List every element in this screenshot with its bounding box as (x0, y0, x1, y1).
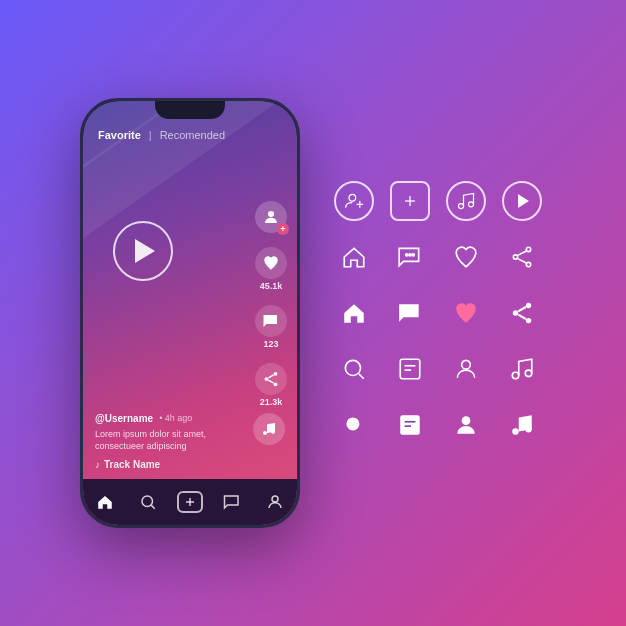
svg-point-29 (526, 303, 531, 308)
music-note-icon: ♪ (95, 459, 100, 470)
svg-point-41 (525, 370, 532, 377)
grid-user-outline-icon[interactable] (442, 345, 490, 393)
grid-share-outline-icon[interactable] (498, 233, 546, 281)
bottom-info: @Username • 4h ago Lorem ipsum dolor sit… (95, 413, 242, 470)
grid-play-circle-icon[interactable] (498, 177, 546, 225)
share-item[interactable]: 21.3k (255, 363, 287, 407)
svg-point-3 (274, 382, 278, 386)
heart-count: 45.1k (260, 281, 283, 291)
grid-user-filled-icon[interactable] (442, 401, 490, 449)
svg-point-31 (526, 318, 531, 323)
svg-point-2 (265, 377, 269, 381)
svg-point-7 (271, 430, 275, 434)
share-count: 21.3k (260, 397, 283, 407)
bottom-nav (83, 479, 297, 525)
svg-rect-42 (400, 415, 420, 435)
grid-music-outline-icon[interactable] (498, 345, 546, 393)
grid-search-outline-icon[interactable] (330, 345, 378, 393)
svg-rect-36 (400, 359, 420, 379)
phone-wrapper: Favorite | Recomended + (80, 98, 300, 528)
svg-marker-20 (519, 195, 528, 207)
svg-point-1 (274, 372, 278, 376)
grid-music-filled-icon[interactable] (498, 401, 546, 449)
music-float-button[interactable] (253, 413, 285, 445)
svg-point-30 (513, 310, 518, 315)
svg-point-34 (345, 360, 360, 375)
grid-user-add-icon[interactable] (330, 177, 378, 225)
grid-share-filled-icon[interactable] (498, 289, 546, 337)
svg-point-12 (272, 496, 278, 502)
svg-point-22 (409, 254, 411, 256)
grid-notes-filled-icon[interactable] (386, 401, 434, 449)
svg-point-25 (513, 255, 517, 259)
comment-count: 123 (263, 339, 278, 349)
grid-music-circle-icon[interactable] (442, 177, 490, 225)
nav-search[interactable] (134, 488, 162, 516)
username-label: @Username (95, 413, 153, 424)
svg-point-47 (525, 426, 532, 433)
svg-point-46 (512, 428, 519, 435)
heart-icon (255, 247, 287, 279)
svg-line-5 (268, 380, 273, 383)
svg-point-39 (462, 360, 471, 369)
svg-point-0 (268, 211, 274, 217)
svg-line-27 (518, 251, 527, 255)
nav-comment[interactable] (218, 488, 246, 516)
track-row: ♪ Track Name (95, 459, 242, 470)
grid-heart-outline-icon[interactable] (442, 233, 490, 281)
svg-line-28 (518, 259, 527, 263)
grid-notes-outline-icon[interactable] (386, 345, 434, 393)
username-row: @Username • 4h ago (95, 413, 242, 424)
svg-line-35 (359, 374, 364, 379)
play-button[interactable] (113, 221, 173, 281)
svg-line-9 (151, 505, 154, 508)
svg-point-8 (142, 496, 153, 507)
grid-search-filled-icon[interactable] (330, 401, 378, 449)
svg-point-26 (526, 262, 530, 266)
recommended-tab[interactable]: Recomended (160, 129, 225, 141)
svg-point-18 (459, 204, 464, 209)
phone-screen: Favorite | Recomended + (83, 101, 297, 525)
play-triangle-icon (135, 239, 155, 263)
time-ago-label: • 4h ago (159, 413, 192, 423)
svg-point-21 (406, 254, 408, 256)
avatar-add-badge: + (277, 223, 289, 235)
grid-add-square-icon[interactable] (386, 177, 434, 225)
svg-point-23 (412, 254, 414, 256)
share-icon (255, 363, 287, 395)
caption-text: Lorem ipsum dolor sit amet, consectueer … (95, 428, 242, 453)
nav-profile[interactable] (261, 488, 289, 516)
grid-heart-filled-icon[interactable] (442, 289, 490, 337)
grid-chat-outline-icon[interactable] (386, 233, 434, 281)
nav-home[interactable] (91, 488, 119, 516)
side-icons: + 45.1k 123 (255, 201, 287, 407)
comment-item[interactable]: 123 (255, 305, 287, 349)
nav-add[interactable] (177, 491, 203, 513)
phone-header: Favorite | Recomended (98, 129, 282, 141)
svg-point-40 (512, 372, 519, 379)
main-container: Favorite | Recomended + (0, 0, 626, 626)
heart-item[interactable]: 45.1k (255, 247, 287, 291)
favorite-tab[interactable]: Favorite (98, 129, 141, 141)
comment-icon (255, 305, 287, 337)
grid-home-filled-icon[interactable] (330, 289, 378, 337)
grid-home-outline-icon[interactable] (330, 233, 378, 281)
play-circle (113, 221, 173, 281)
avatar-icon: + (255, 201, 287, 233)
grid-chat-filled-icon[interactable] (386, 289, 434, 337)
avatar-item[interactable]: + (255, 201, 287, 233)
svg-point-24 (526, 247, 530, 251)
svg-point-6 (263, 431, 267, 435)
phone-notch (155, 101, 225, 119)
header-divider: | (149, 129, 152, 141)
phone: Favorite | Recomended + (80, 98, 300, 528)
svg-line-4 (268, 375, 273, 378)
icon-grid (330, 177, 546, 449)
track-name-label: Track Name (104, 459, 160, 470)
svg-line-33 (518, 315, 526, 319)
svg-point-19 (469, 202, 474, 207)
svg-line-32 (518, 307, 526, 311)
svg-point-13 (349, 194, 356, 201)
svg-point-45 (462, 416, 471, 425)
